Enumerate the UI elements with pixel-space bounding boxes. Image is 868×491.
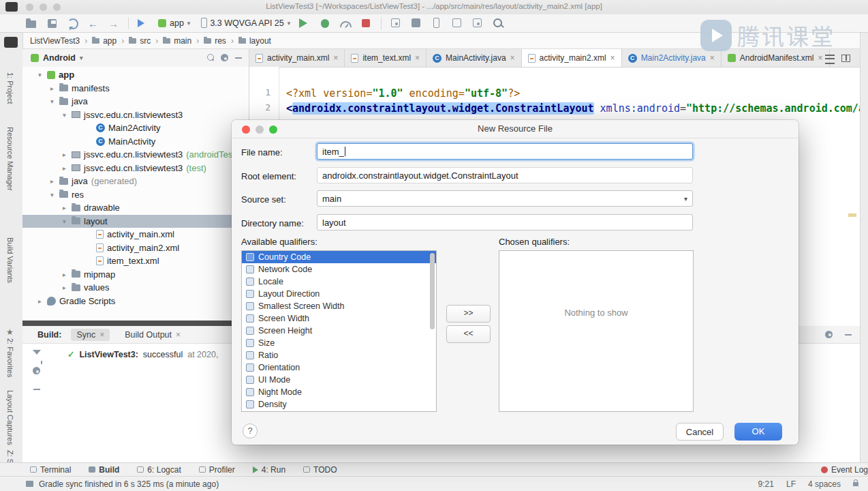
breadcrumb-app[interactable]: app <box>92 36 117 46</box>
list-scrollbar[interactable] <box>430 253 435 329</box>
build-tab-output[interactable]: Build Output × <box>119 329 186 341</box>
tree-row-package[interactable]: ▾ jssvc.edu.cn.listviewtest3 <box>22 108 249 122</box>
root-element-input[interactable]: androidx.constraintlayout.widget.Constra… <box>317 167 693 183</box>
filter-icon[interactable] <box>32 348 42 357</box>
close-icon[interactable]: × <box>333 53 338 63</box>
tool-button-event-log[interactable]: Event Log <box>821 465 868 475</box>
lock-icon[interactable] <box>853 482 858 486</box>
expand-arrow-icon[interactable]: ▾ <box>61 111 68 119</box>
qualifier-item[interactable]: Orientation <box>242 361 436 374</box>
expand-arrow-icon[interactable]: ▾ <box>36 71 44 78</box>
help-button[interactable]: ? <box>243 423 258 438</box>
run-configuration-select[interactable]: app ▾ <box>158 18 190 28</box>
avd-manager-icon[interactable] <box>431 18 443 29</box>
collapse-all-icon[interactable] <box>32 385 42 394</box>
ok-button[interactable]: OK <box>734 423 782 441</box>
close-icon[interactable]: × <box>818 53 823 63</box>
collapse-arrow-icon[interactable]: ▸ <box>61 271 68 278</box>
tree-row-java-generated[interactable]: ▸ java (generated) <box>22 175 249 188</box>
tree-row-values[interactable]: ▸ values <box>22 281 249 295</box>
search-icon[interactable] <box>493 18 504 29</box>
qualifier-item[interactable]: Screen Width <box>242 312 436 325</box>
breadcrumb-main[interactable]: main <box>163 36 191 46</box>
tool-button-todo[interactable]: TODO <box>303 465 337 475</box>
tree-row-res[interactable]: ▾ res <box>22 188 249 202</box>
panel-splitter[interactable] <box>22 321 249 326</box>
collapse-arrow-icon[interactable]: ▸ <box>48 85 56 92</box>
build-settings-gear-icon[interactable] <box>824 330 834 340</box>
tab-activity-main-xml[interactable]: activity_main.xml × <box>249 49 345 67</box>
editor-split-icon[interactable] <box>841 55 850 62</box>
status-message[interactable]: Gradle sync finished in 6 s 325 ms (a mi… <box>39 479 219 489</box>
collapse-arrow-icon[interactable]: ▸ <box>61 204 68 211</box>
close-icon[interactable]: × <box>176 330 181 340</box>
tool-button-build[interactable]: Build <box>89 465 119 475</box>
available-qualifiers-list[interactable]: Country Code Network Code Locale Layout … <box>241 250 437 412</box>
sdk-manager-icon[interactable] <box>452 18 463 29</box>
tree-row-activity-main-xml[interactable]: activity_main.xml <box>22 228 249 241</box>
tree-row-manifests[interactable]: ▸ manifests <box>22 82 249 95</box>
caret-position[interactable]: 9:21 <box>758 479 774 489</box>
tree-row-item-text-xml[interactable]: item_text.xml <box>22 254 249 268</box>
collapse-arrow-icon[interactable]: ▸ <box>61 151 68 158</box>
tree-row-activity-main2-xml[interactable]: activity_main2.xml <box>22 241 249 255</box>
sync-gradle-icon[interactable] <box>411 18 422 29</box>
expand-arrow-icon[interactable]: ▾ <box>48 98 56 105</box>
close-icon[interactable]: × <box>99 330 104 340</box>
tool-button-terminal[interactable]: Terminal <box>30 465 71 475</box>
collapse-arrow-icon[interactable]: ▸ <box>48 177 56 185</box>
tool-button-layout-captures[interactable]: Layout Captures <box>6 390 14 445</box>
directory-name-input[interactable]: layout <box>317 214 693 230</box>
qualifier-item[interactable]: Size <box>242 337 436 349</box>
breadcrumb-src[interactable]: src <box>129 36 151 46</box>
breadcrumb-project[interactable]: ListViewTest3 <box>30 36 80 46</box>
collapse-arrow-icon[interactable]: ▸ <box>61 284 68 291</box>
layout-capture-icon[interactable] <box>472 18 484 29</box>
tree-row-java[interactable]: ▾ java <box>22 95 249 108</box>
breadcrumb-layout[interactable]: layout <box>238 36 271 46</box>
tool-button-logcat[interactable]: 6: Logcat <box>137 465 181 475</box>
close-icon[interactable]: × <box>610 53 615 63</box>
tree-row-layout-selected[interactable]: ▾ layout <box>22 215 249 228</box>
hide-panel-icon[interactable] <box>843 330 853 340</box>
close-icon[interactable]: × <box>710 53 715 63</box>
tool-button-run[interactable]: 4: Run <box>253 465 285 475</box>
qualifier-item[interactable]: Ratio <box>242 349 436 361</box>
settings-gear-icon[interactable] <box>220 53 230 63</box>
tree-row-mipmap[interactable]: ▸ mipmap <box>22 268 249 282</box>
tool-button-build-variants[interactable]: Build Variants <box>6 237 14 283</box>
collapse-arrow-icon[interactable]: ▸ <box>36 297 44 305</box>
tool-button-favorites[interactable]: 2: Favorites <box>6 338 14 377</box>
back-arrow-icon[interactable]: ← <box>87 18 99 29</box>
file-name-input[interactable]: item_ <box>317 143 693 160</box>
debug-icon[interactable] <box>320 18 331 29</box>
sync-icon[interactable] <box>67 18 78 29</box>
add-qualifier-button[interactable]: >> <box>446 305 491 323</box>
tool-button-profiler[interactable]: Profiler <box>199 465 235 475</box>
build-tab-sync[interactable]: Sync × <box>71 329 110 341</box>
expand-arrow-icon[interactable]: ▾ <box>61 218 68 225</box>
qualifier-item[interactable]: Network Code <box>242 263 436 276</box>
editor-menu-icon[interactable] <box>825 55 835 64</box>
qualifier-item[interactable]: Screen Height <box>242 325 436 337</box>
qualifier-item[interactable]: Night Mode <box>242 386 436 398</box>
cancel-button[interactable]: Cancel <box>676 423 724 441</box>
qualifier-item[interactable]: Density <box>242 398 436 411</box>
run-icon[interactable] <box>299 18 311 29</box>
stop-icon[interactable] <box>360 18 372 29</box>
tool-button-project[interactable]: 1: Project <box>6 72 14 104</box>
expand-arrow-icon[interactable]: ▾ <box>48 191 56 198</box>
tree-row-main2activity[interactable]: Main2Activity <box>22 121 249 135</box>
forward-arrow-icon[interactable]: → <box>108 18 119 29</box>
qualifier-item[interactable]: Layout Direction <box>242 288 436 300</box>
tree-row-gradle-scripts[interactable]: ▸ Gradle Scripts <box>22 295 249 308</box>
tree-row-androidtest-package[interactable]: ▸ jssvc.edu.cn.listviewtest3 (androidTes… <box>22 148 249 162</box>
collapse-arrow-icon[interactable]: ▸ <box>61 164 68 172</box>
close-icon[interactable]: × <box>415 53 420 63</box>
tab-mainactivity-java[interactable]: MainActivity.java × <box>427 49 522 67</box>
settings-gear-icon[interactable] <box>32 366 42 376</box>
tab-activity-main2-xml-active[interactable]: activity_main2.xml × <box>522 49 622 67</box>
breadcrumb-res[interactable]: res <box>204 36 226 46</box>
hide-panel-icon[interactable] <box>234 53 243 63</box>
run-attach-icon[interactable] <box>138 18 149 29</box>
